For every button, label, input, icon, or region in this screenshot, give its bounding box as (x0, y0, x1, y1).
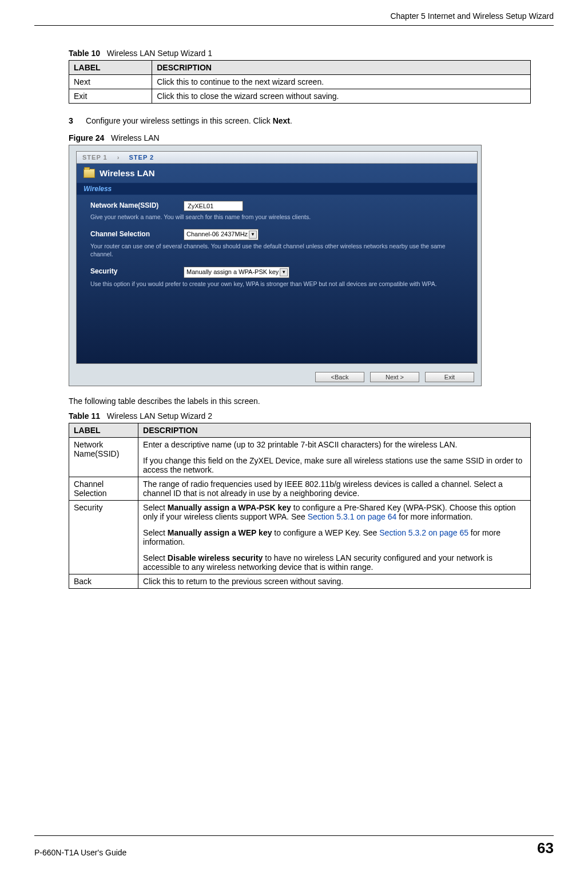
table10: LABEL DESCRIPTION Next Click this to con… (69, 60, 531, 104)
ssid-hint: Give your network a name. You will searc… (90, 213, 463, 221)
channel-hint: Your router can use one of several chann… (90, 242, 463, 258)
table10-caption: Table 10 Wireless LAN Setup Wizard 1 (69, 49, 531, 58)
t11-r4-desc: Click this to return to the previous scr… (138, 574, 531, 589)
page-number: 63 (537, 839, 554, 857)
next-button[interactable]: Next > (370, 372, 419, 382)
step-number: 3 (69, 116, 84, 125)
footer-guide-name: P-660N-T1A User's Guide (34, 848, 126, 857)
t11-r2-label: Channel Selection (69, 477, 138, 501)
table-row: Security Select Manually assign a WPA-PS… (69, 501, 531, 574)
t11-r1-desc: Enter a descriptive name (up to 32 print… (138, 438, 531, 477)
figure24-caption: Figure 24 Wireless LAN (69, 133, 531, 142)
ssid-input[interactable]: ZyXEL01 (184, 201, 243, 211)
t11-r3-p1d: for more information. (396, 512, 472, 521)
table-row: Exit Click this to close the wizard scre… (69, 89, 531, 104)
security-hint: Use this option if you would prefer to c… (90, 280, 463, 288)
table-header-row: LABEL DESCRIPTION (69, 423, 531, 438)
t11-r3-p2c: to configure a WEP Key. See (272, 528, 379, 537)
panel-title: Wireless LAN (100, 168, 155, 178)
step1-label: STEP 1 (82, 154, 108, 161)
table-row: Next Click this to continue to the next … (69, 75, 531, 89)
step-arrow-icon: › (117, 154, 120, 161)
t11-r1-label: Network Name(SSID) (69, 438, 138, 477)
table10-caption-text: Wireless LAN Setup Wizard 1 (107, 49, 212, 58)
table11-caption: Table 11 Wireless LAN Setup Wizard 2 (69, 411, 531, 421)
link-section-5-3-1[interactable]: Section 5.3.1 on page 64 (308, 512, 397, 521)
t11-r3-p2a: Select (143, 528, 168, 537)
table11-caption-text: Wireless LAN Setup Wizard 2 (107, 411, 212, 421)
panel-body: Network Name(SSID) ZyXEL01 Give your net… (77, 195, 477, 302)
table10-r1-desc: Click this to continue to the next wizar… (152, 75, 531, 89)
table-header-row: LABEL DESCRIPTION (69, 61, 531, 75)
t11-r3-desc: Select Manually assign a WPA-PSK key to … (138, 501, 531, 574)
figure24-caption-label: Figure 24 (69, 133, 104, 142)
step-3: 3 Configure your wireless settings in th… (69, 116, 531, 125)
table11-col-desc: DESCRIPTION (138, 423, 531, 438)
step-text-b: . (290, 116, 292, 125)
security-select[interactable]: Manually assign a WPA-PSK key (184, 267, 289, 278)
t11-r3-p3b: Disable wireless security (168, 553, 263, 562)
security-label: Security (90, 267, 182, 275)
table10-col-desc: DESCRIPTION (152, 61, 531, 75)
t11-r1-p2: If you change this field on the ZyXEL De… (143, 456, 526, 474)
figure24-caption-text: Wireless LAN (111, 133, 160, 142)
back-button[interactable]: <Back (315, 372, 364, 382)
exit-button[interactable]: Exit (425, 372, 474, 382)
table10-caption-label: Table 10 (69, 49, 100, 58)
t11-r3-label: Security (69, 501, 138, 574)
panel-title-row: Wireless LAN (77, 164, 477, 183)
ssid-label: Network Name(SSID) (90, 201, 182, 209)
t11-r1-p1: Enter a descriptive name (up to 32 print… (143, 440, 526, 449)
wireless-lan-screenshot: STEP 1 › STEP 2 Wireless LAN Wireless Ne… (69, 145, 482, 386)
table10-r2-label: Exit (69, 89, 152, 104)
table11-col-label: LABEL (69, 423, 138, 438)
table10-r2-desc: Click this to close the wizard screen wi… (152, 89, 531, 104)
link-section-5-3-2[interactable]: Section 5.3.2 on page 65 (379, 528, 468, 537)
table11-lead-in: The following table describes the labels… (69, 397, 531, 406)
table11: LABEL DESCRIPTION Network Name(SSID) Ent… (69, 423, 531, 589)
t11-r3-p1b: Manually assign a WPA-PSK key (168, 503, 291, 512)
step-bold: Next (273, 116, 290, 125)
t11-r4-label: Back (69, 574, 138, 589)
table-row: Network Name(SSID) Enter a descriptive n… (69, 438, 531, 477)
t11-r3-p2b: Manually assign a WEP key (168, 528, 272, 537)
channel-select[interactable]: Channel-06 2437MHz (184, 229, 259, 240)
wizard-step-bar: STEP 1 › STEP 2 (77, 152, 477, 164)
step2-label: STEP 2 (129, 154, 154, 161)
channel-label: Channel Selection (90, 230, 182, 238)
table-row: Back Click this to return to the previou… (69, 574, 531, 589)
t11-r2-desc: The range of radio frequencies used by I… (138, 477, 531, 501)
chapter-header: Chapter 5 Internet and Wireless Setup Wi… (34, 11, 554, 21)
folder-icon (84, 169, 95, 178)
wizard-button-bar: <Back Next > Exit (315, 372, 474, 382)
table11-caption-label: Table 11 (69, 411, 100, 421)
page-footer: P-660N-T1A User's Guide 63 (34, 835, 554, 857)
table-row: Channel Selection The range of radio fre… (69, 477, 531, 501)
t11-r3-p3a: Select (143, 553, 168, 562)
table10-r1-label: Next (69, 75, 152, 89)
table10-col-label: LABEL (69, 61, 152, 75)
step-text-a: Configure your wireless settings in this… (86, 116, 273, 125)
t11-r3-p1a: Select (143, 503, 168, 512)
section-wireless: Wireless (77, 183, 477, 195)
